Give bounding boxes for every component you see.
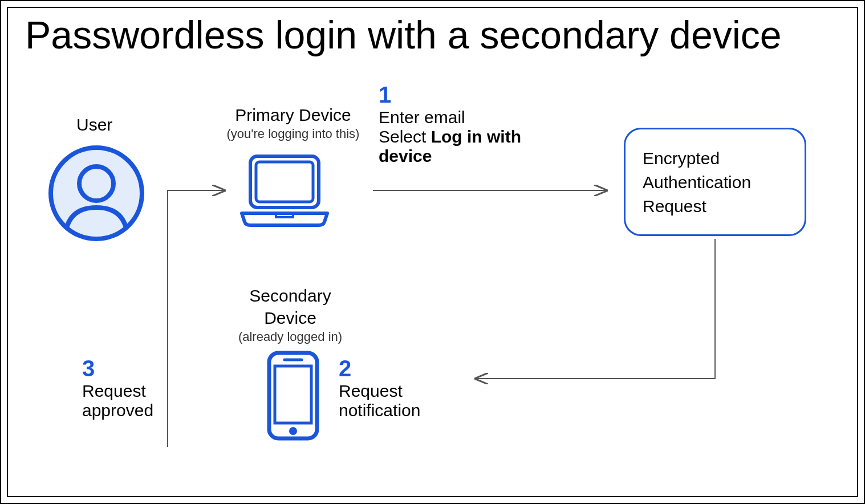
diagram-inner-frame: Passwordless login with a secondary devi… bbox=[7, 7, 858, 497]
diagram-outer-frame: Passwordless login with a secondary devi… bbox=[0, 0, 865, 504]
arrow-approved-to-primary bbox=[168, 190, 225, 447]
arrows-layer bbox=[8, 8, 858, 498]
arrow-request-to-secondary bbox=[476, 239, 715, 379]
